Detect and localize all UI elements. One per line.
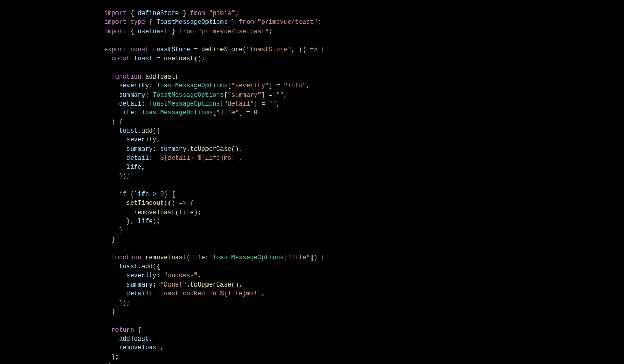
code-token: [	[228, 82, 231, 89]
code-token: ) {	[164, 191, 175, 198]
code-token: ] =	[239, 109, 254, 116]
code-token: .	[138, 127, 141, 135]
code-token: addToast	[145, 73, 175, 81]
code-token: (()	[164, 200, 179, 207]
code-token: "success"	[164, 272, 198, 279]
code-token: life	[179, 209, 194, 216]
code-token	[104, 127, 119, 135]
code-token	[104, 136, 126, 144]
code-token: (	[126, 191, 134, 198]
code-token: :	[205, 254, 212, 262]
code-line	[104, 181, 624, 190]
code-token: import	[104, 28, 126, 35]
code-token: life	[119, 109, 134, 116]
code-line: import { defineStore } from "pinia";	[104, 9, 624, 18]
code-token: (),	[231, 281, 243, 289]
code-token: ,	[239, 154, 242, 162]
code-token: {	[134, 327, 141, 334]
code-token: severity	[126, 272, 157, 279]
code-token: {	[186, 200, 193, 207]
code-token: ,	[306, 82, 310, 89]
code-line: import type { ToastMessageOptions } from…	[104, 18, 624, 27]
code-token: import	[104, 19, 126, 26]
code-token: ToastMessageOptions	[157, 82, 228, 89]
code-token	[104, 109, 119, 116]
code-token: {	[126, 10, 138, 17]
code-token: useToast	[138, 28, 168, 35]
code-token: "life"	[288, 254, 310, 262]
code-token: =>	[310, 46, 317, 54]
code-token: ToastMessageOptions	[157, 19, 228, 26]
code-token: ,	[157, 136, 160, 144]
code-token: useToast	[164, 55, 194, 62]
code-token: :	[149, 154, 156, 162]
code-token: =>	[179, 200, 186, 207]
code-line: summary: ToastMessageOptions["summary"] …	[104, 91, 624, 100]
code-token	[104, 92, 119, 99]
code-token: const	[111, 55, 130, 62]
code-token: ] =	[269, 82, 284, 89]
code-token: }	[104, 227, 123, 234]
code-token: ToastMessageOptions	[213, 254, 284, 262]
code-token	[104, 327, 111, 334]
code-token: 0	[254, 109, 257, 116]
code-line: severity: ToastMessageOptions["severity"…	[104, 82, 624, 90]
code-token: :	[157, 272, 164, 279]
code-editor[interactable]: import { defineStore } from "pinia";impo…	[0, 0, 624, 364]
code-token: from	[179, 28, 194, 35]
code-token: ToastMessageOptions	[141, 109, 213, 116]
code-token	[104, 100, 119, 108]
code-token: toUpperCase	[190, 146, 231, 153]
code-line: });	[104, 172, 624, 181]
code-token: (	[242, 46, 246, 54]
code-line: import { useToast } from "primevue/useto…	[104, 28, 624, 36]
code-line: severity,	[104, 136, 624, 145]
code-token: ,	[261, 290, 265, 297]
code-token: toast	[119, 127, 138, 135]
code-token: ""	[276, 92, 283, 99]
code-token	[104, 263, 119, 270]
code-token: }	[104, 308, 115, 316]
code-token: "primevue/usetoast"	[198, 28, 269, 35]
code-token	[104, 209, 134, 216]
code-token: :	[141, 100, 149, 108]
code-token: :	[149, 290, 156, 297]
code-line: const toast = useToast();	[104, 55, 624, 63]
code-token: export	[104, 46, 126, 54]
code-token: ] =	[261, 92, 276, 99]
code-token: .	[186, 281, 190, 289]
code-token	[104, 344, 119, 352]
code-line: summary: summary.toUpperCase(),	[104, 145, 624, 154]
code-token: [	[284, 254, 288, 262]
code-token: function	[111, 254, 141, 262]
code-token: }	[167, 28, 179, 35]
code-token	[104, 191, 119, 198]
code-line: removeToast(life);	[104, 209, 624, 217]
code-token: ({	[153, 127, 160, 135]
code-token: :	[153, 281, 160, 289]
code-token: function	[111, 73, 141, 81]
code-line: function addToast(	[104, 73, 624, 82]
code-token: "severity"	[231, 82, 269, 89]
code-token: ({	[153, 263, 160, 270]
code-token: =	[153, 55, 164, 62]
code-token: ,	[198, 272, 201, 279]
code-token: }	[179, 10, 190, 17]
code-token: `Toast cooked in ${life}ms!`	[157, 290, 262, 297]
code-token	[104, 164, 126, 171]
code-token: ] =	[254, 100, 269, 108]
code-line	[104, 317, 624, 326]
code-token: }	[228, 19, 239, 26]
code-token: "detail"	[224, 100, 254, 108]
code-token: return	[111, 327, 134, 334]
code-token: ,	[276, 100, 280, 108]
code-token: type	[130, 19, 145, 26]
code-token: });	[104, 300, 130, 307]
code-token: summary	[160, 146, 186, 153]
code-token	[104, 73, 111, 81]
code-token: "life"	[216, 109, 239, 116]
code-token: addToast	[119, 335, 149, 343]
code-token: [	[224, 92, 227, 99]
code-token	[104, 290, 126, 297]
code-line: toast.add({	[104, 263, 624, 271]
